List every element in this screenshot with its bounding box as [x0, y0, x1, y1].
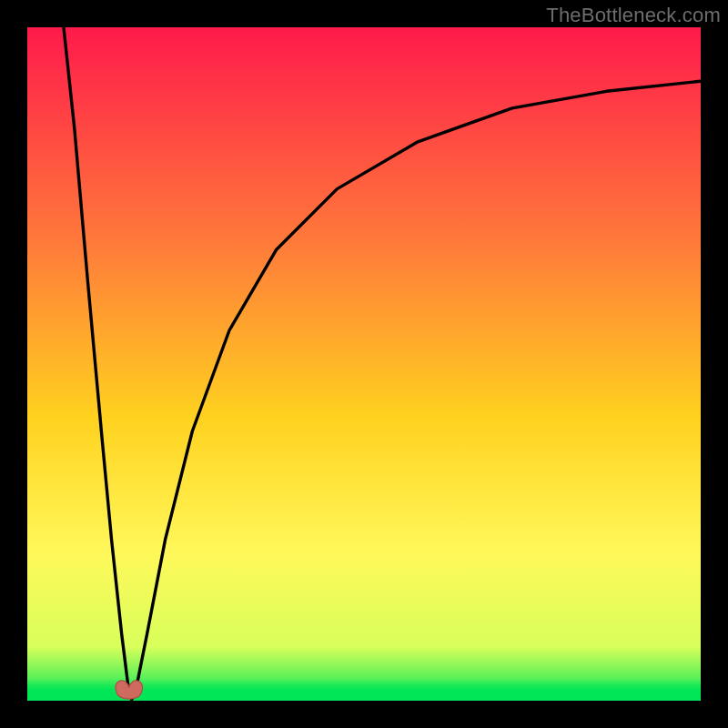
bottom-green-band	[27, 679, 701, 701]
watermark-text: TheBottleneck.com	[546, 4, 721, 27]
plot-area	[27, 27, 701, 701]
chart-stage: TheBottleneck.com	[0, 0, 728, 728]
